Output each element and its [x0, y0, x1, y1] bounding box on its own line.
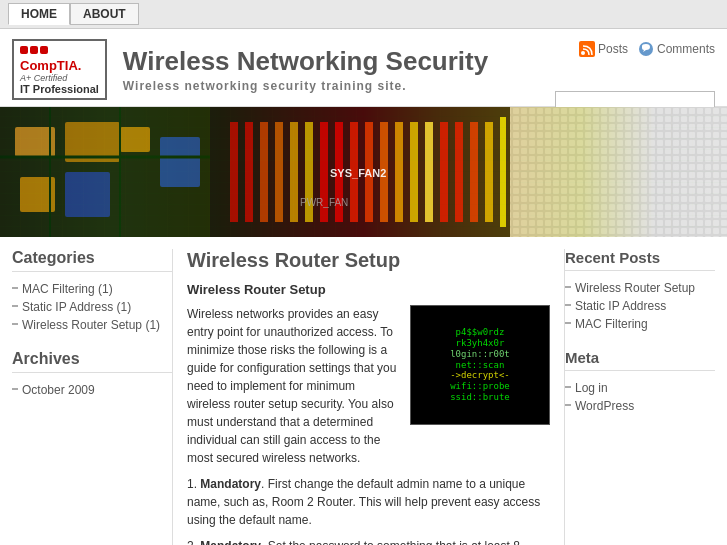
svg-rect-32 [455, 122, 463, 222]
hero-text-fan: SYS_FAN2 [330, 167, 386, 179]
meta-login[interactable]: Log in [575, 381, 608, 395]
svg-rect-18 [245, 122, 253, 222]
comments-label: Comments [657, 42, 715, 56]
posts-feed[interactable]: Posts [579, 41, 628, 57]
svg-rect-30 [425, 122, 433, 222]
step1-bold: Mandatory [200, 477, 261, 491]
posts-label: Posts [598, 42, 628, 56]
svg-rect-0 [20, 46, 28, 54]
main-content: Wireless Router Setup Wireless Router Se… [172, 249, 565, 545]
step2-para: 2. Mandatory. Set the password to someth… [187, 537, 550, 545]
list-item: Log in [565, 379, 715, 397]
hero-text-pwr: PWR_FAN [300, 197, 348, 208]
svg-point-4 [581, 51, 585, 55]
list-item: Static IP Address (1) [12, 298, 172, 316]
article-subtitle: Wireless Router Setup [187, 282, 550, 297]
list-item: MAC Filtering (1) [12, 280, 172, 298]
hero-circuit: SYS_FAN2 PWR_FAN [0, 107, 727, 237]
post-static-ip[interactable]: Static IP Address [575, 299, 666, 313]
logo-it: IT Professional [20, 83, 99, 95]
svg-rect-33 [470, 122, 478, 222]
meta-title: Meta [565, 349, 715, 371]
step1-num: 1. [187, 477, 200, 491]
nav-bar: HOME ABOUT [0, 0, 727, 29]
list-item: MAC Filtering [565, 315, 715, 333]
step2-num: 2. [187, 539, 200, 545]
svg-rect-35 [500, 117, 506, 227]
svg-rect-2 [40, 46, 48, 54]
comment-icon [638, 41, 654, 57]
categories-title: Categories [12, 249, 172, 272]
svg-rect-1 [30, 46, 38, 54]
sidebar-right: Recent Posts Wireless Router Setup Stati… [565, 249, 715, 545]
meta-list: Log in WordPress [565, 379, 715, 415]
svg-rect-34 [485, 122, 493, 222]
svg-rect-21 [290, 122, 298, 222]
pcc-icon [20, 44, 60, 56]
svg-rect-17 [230, 122, 238, 222]
svg-rect-12 [160, 137, 200, 187]
content-area: Categories MAC Filtering (1) Static IP A… [0, 237, 727, 545]
svg-rect-10 [65, 172, 110, 217]
archives-title: Archives [12, 350, 172, 373]
post-wireless-router[interactable]: Wireless Router Setup [575, 281, 695, 295]
recent-posts-title: Recent Posts [565, 249, 715, 271]
list-item: October 2009 [12, 381, 172, 399]
list-item: Wireless Router Setup [565, 279, 715, 297]
post-mac-filtering[interactable]: MAC Filtering [575, 317, 648, 331]
category-mac-filtering[interactable]: MAC Filtering (1) [22, 282, 113, 296]
logo-pcc [20, 44, 99, 58]
article-image: p4$$w0rdzrk3yh4x0rl0gin::r00tnet::scan->… [410, 305, 550, 425]
archives-list: October 2009 [12, 381, 172, 399]
svg-rect-31 [440, 122, 448, 222]
logo-box: CompTIA. A+ Certified IT Professional [12, 39, 107, 100]
header-logo: CompTIA. A+ Certified IT Professional [12, 39, 107, 100]
category-static-ip[interactable]: Static IP Address (1) [22, 300, 131, 314]
header: CompTIA. A+ Certified IT Professional Wi… [0, 29, 727, 107]
svg-rect-29 [410, 122, 418, 222]
categories-list: MAC Filtering (1) Static IP Address (1) … [12, 280, 172, 334]
category-wireless-router[interactable]: Wireless Router Setup (1) [22, 318, 160, 332]
svg-rect-37 [510, 107, 727, 237]
meta-wordpress[interactable]: WordPress [575, 399, 634, 413]
svg-rect-19 [260, 122, 268, 222]
list-item: Static IP Address [565, 297, 715, 315]
svg-rect-20 [275, 122, 283, 222]
svg-rect-28 [395, 122, 403, 222]
svg-rect-11 [120, 127, 150, 152]
list-item: WordPress [565, 397, 715, 415]
header-meta: Posts Comments [579, 41, 715, 57]
logo-aplus: A+ Certified [20, 73, 99, 83]
step2-bold: Mandatory [200, 539, 261, 545]
rss-icon [579, 41, 595, 57]
list-item: Wireless Router Setup (1) [12, 316, 172, 334]
nav-tab-about[interactable]: ABOUT [70, 3, 139, 25]
archive-oct-2009[interactable]: October 2009 [22, 383, 95, 397]
step1-para: 1. Mandatory. First change the default a… [187, 475, 550, 529]
recent-posts-list: Wireless Router Setup Static IP Address … [565, 279, 715, 333]
hero-image: SYS_FAN2 PWR_FAN [0, 107, 727, 237]
comments-feed[interactable]: Comments [638, 41, 715, 57]
article-title: Wireless Router Setup [187, 249, 550, 272]
matrix-text-1: p4$$w0rdzrk3yh4x0rl0gin::r00tnet::scan->… [450, 327, 510, 403]
matrix-display: p4$$w0rdzrk3yh4x0rl0gin::r00tnet::scan->… [411, 306, 549, 424]
logo-comptia: CompTIA. [20, 58, 99, 73]
article-body: p4$$w0rdzrk3yh4x0rl0gin::r00tnet::scan->… [187, 305, 550, 545]
nav-tab-home[interactable]: HOME [8, 3, 70, 25]
sidebar-left: Categories MAC Filtering (1) Static IP A… [12, 249, 172, 545]
